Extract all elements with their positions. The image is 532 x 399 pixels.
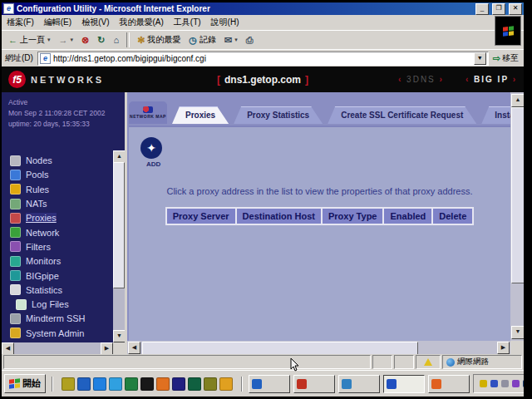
start-label: 開始: [22, 377, 41, 390]
quicklaunch-icon-10[interactable]: [204, 377, 217, 391]
sidebar-item-filters[interactable]: Filters: [10, 239, 125, 254]
menu-edit[interactable]: 編輯(E): [44, 17, 71, 28]
taskbar-window-1[interactable]: [249, 375, 290, 393]
main-horizontal-scrollbar[interactable]: ◀ ▶: [127, 341, 510, 354]
sidebar-item-mindterm-ssh[interactable]: Mindterm SSH: [10, 312, 125, 326]
mail-button[interactable]: ✉ ▾: [221, 35, 241, 46]
print-icon: ⎙: [246, 36, 254, 45]
sidebar-item-proxies[interactable]: Proxies: [10, 211, 125, 225]
title-bar: e Configuration Utility - Microsoft Inte…: [2, 2, 524, 15]
stop-button[interactable]: ⊗: [78, 35, 92, 46]
tab-proxies[interactable]: Proxies: [172, 106, 229, 124]
quick-launch-bar: [59, 377, 235, 391]
quicklaunch-icon-4[interactable]: [109, 377, 122, 391]
scroll-up-icon[interactable]: ▲: [113, 150, 125, 163]
tab-create-ssl-certificate-request[interactable]: Create SSL Certificate Request: [328, 106, 476, 124]
product-3dns-label: ‹ 3DNS ›: [398, 75, 444, 84]
back-button[interactable]: ← 上一頁 ▾: [5, 33, 54, 47]
forward-dropdown-icon[interactable]: ▾: [71, 37, 74, 43]
column-proxy-type: Proxy Type: [323, 209, 383, 224]
proxies-icon: [10, 213, 21, 224]
go-button[interactable]: ⇨ 移至: [493, 52, 520, 64]
quicklaunch-icon-3[interactable]: [93, 377, 106, 391]
scrollbar-thumb[interactable]: [142, 342, 418, 354]
refresh-button[interactable]: ↻: [94, 35, 108, 46]
scrollbar-thumb[interactable]: [113, 162, 125, 288]
mail-dropdown-icon[interactable]: ▾: [234, 37, 238, 43]
sidebar-item-network[interactable]: Network: [10, 225, 125, 239]
tray-icon-3[interactable]: [501, 380, 509, 387]
quicklaunch-icon-7[interactable]: [156, 377, 170, 391]
main-frame: NETWORK MAP Proxies Proxy Statistics Cre…: [127, 92, 524, 354]
network-map-button[interactable]: NETWORK MAP: [129, 101, 167, 124]
add-button[interactable]: ✦: [140, 137, 162, 159]
scroll-left-icon[interactable]: ◀: [2, 342, 14, 354]
sidebar-item-monitors[interactable]: Monitors: [10, 254, 125, 268]
sidebar-item-pools[interactable]: Pools: [10, 168, 125, 182]
start-button[interactable]: 開始: [4, 374, 46, 393]
scrollbar-thumb[interactable]: [511, 107, 524, 283]
sidebar-item-log-files[interactable]: Log Files: [10, 297, 125, 311]
quicklaunch-icon-5[interactable]: [125, 377, 138, 391]
quicklaunch-icon-8[interactable]: [172, 377, 185, 391]
quicklaunch-icon-1[interactable]: [62, 377, 75, 391]
menu-file[interactable]: 檔案(F): [7, 17, 34, 28]
tray-icon-2[interactable]: [490, 380, 498, 387]
restore-button[interactable]: ❐: [492, 3, 505, 15]
address-input[interactable]: e http://dns1.getop.com/bigipgui/bigconf…: [37, 52, 489, 66]
sidebar-item-nodes[interactable]: Nodes: [10, 154, 125, 168]
browser-content: Active Mon Sep 2 11:09:28 CET 2002 uptim…: [2, 92, 524, 354]
network-icon: [10, 227, 21, 238]
main-vertical-scrollbar[interactable]: ▲ ▼: [510, 92, 524, 341]
quicklaunch-icon-2[interactable]: [77, 377, 91, 391]
column-delete: Delete: [433, 209, 472, 224]
tray-icon-5[interactable]: [523, 380, 524, 387]
taskbar-window-2[interactable]: [293, 375, 335, 393]
tab-install-ssl-certificate[interactable]: Install SSL Certificate: [481, 106, 510, 124]
window-icon: [387, 379, 397, 389]
menu-tools[interactable]: 工具(T): [174, 17, 201, 28]
quicklaunch-icon-9[interactable]: [188, 377, 201, 391]
print-button[interactable]: ⎙: [243, 35, 257, 46]
close-button[interactable]: ✕: [509, 3, 522, 15]
scroll-right-icon[interactable]: ▶: [101, 342, 113, 354]
taskbar-window-5[interactable]: [428, 375, 470, 393]
minimize-button[interactable]: _: [475, 3, 489, 15]
log-files-icon: [16, 299, 27, 310]
history-button[interactable]: ◷ 記錄: [185, 33, 219, 47]
scroll-down-icon[interactable]: ▼: [511, 326, 524, 339]
scroll-up-icon[interactable]: ▲: [511, 94, 524, 107]
sidebar-item-bigpipe[interactable]: BIGpipe: [10, 268, 125, 283]
sidebar-item-system-admin[interactable]: System Admin: [10, 326, 125, 340]
menu-help[interactable]: 說明(H): [211, 17, 239, 28]
quicklaunch-icon-11[interactable]: [219, 377, 233, 391]
address-dropdown-icon[interactable]: ▼: [474, 52, 486, 65]
sidebar-item-rules[interactable]: Rules: [10, 182, 125, 196]
sidebar-item-nats[interactable]: NATs: [10, 196, 125, 210]
scroll-down-icon[interactable]: ▼: [113, 330, 125, 342]
favorites-button[interactable]: ✻ 我的最愛: [134, 33, 184, 47]
status-datetime: Mon Sep 2 11:09:28 CET 2002: [8, 108, 125, 119]
tab-proxy-statistics[interactable]: Proxy Statistics: [234, 106, 323, 124]
scroll-right-icon[interactable]: ▶: [497, 342, 510, 354]
forward-button[interactable]: → ▾: [56, 35, 77, 46]
tray-icon-4[interactable]: [512, 380, 520, 387]
sidebar-horizontal-scrollbar[interactable]: ◀ ▶: [2, 342, 113, 354]
menu-favorites[interactable]: 我的最愛(A): [119, 17, 163, 28]
scroll-left-icon[interactable]: ◀: [128, 342, 140, 354]
tray-icon-1[interactable]: [480, 380, 487, 387]
taskbar-window-4-active[interactable]: [383, 375, 425, 393]
favorites-label: 我的最愛: [147, 34, 180, 46]
window-icon: [252, 379, 262, 389]
quicklaunch-icon-6[interactable]: [140, 377, 154, 391]
mail-icon: ✉: [224, 36, 232, 45]
menu-view[interactable]: 檢視(V): [81, 17, 109, 28]
nav-list: Nodes Pools Rules NATs Proxies: [2, 154, 125, 341]
taskbar-window-3[interactable]: [338, 375, 380, 393]
sidebar-vertical-scrollbar[interactable]: ▲ ▼: [113, 150, 125, 342]
home-button[interactable]: ⌂: [110, 35, 122, 46]
back-dropdown-icon[interactable]: ▾: [47, 37, 51, 43]
taskbar-separator: [241, 377, 243, 392]
sidebar-item-statistics[interactable]: Statistics: [10, 283, 125, 297]
go-label: 移至: [502, 52, 519, 64]
